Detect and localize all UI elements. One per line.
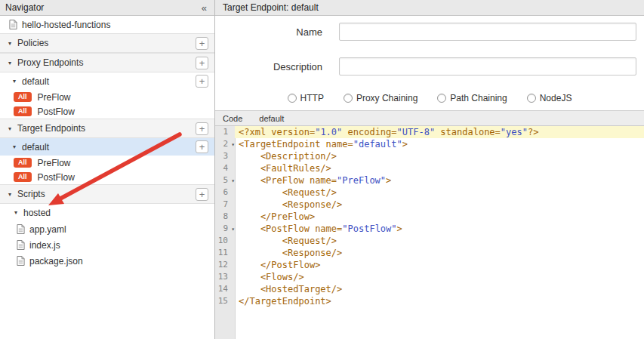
add-target-flow-button[interactable]: + — [196, 140, 208, 153]
code-text[interactable]: <PostFlow name="PostFlow"> — [235, 223, 644, 235]
target-postflow-label: PostFlow — [38, 172, 75, 183]
nav-item-file-app-yaml[interactable]: app.yaml — [0, 221, 214, 237]
code-text[interactable]: <FaultRules/> — [235, 162, 644, 174]
code-text[interactable]: <Response/> — [235, 247, 644, 259]
nav-item-proxy-endpoint-default[interactable]: ▾ default + — [0, 72, 214, 90]
code-line[interactable]: 1<?xml version="1.0" encoding="UTF-8" st… — [215, 126, 644, 138]
line-number: 4 — [215, 162, 235, 174]
flow-condition-badge: All — [14, 158, 32, 168]
code-panel: Code default 1<?xml version="1.0" encodi… — [215, 110, 644, 339]
code-line[interactable]: 13 <Flows/> — [215, 271, 644, 283]
proxy-preflow-label: PreFlow — [38, 92, 71, 103]
radio-http-label: HTTP — [300, 93, 324, 103]
description-label: Description — [215, 61, 322, 72]
document-icon — [9, 20, 17, 29]
disclosure-triangle-icon[interactable]: ▾ — [11, 78, 18, 85]
disclosure-triangle-icon[interactable]: ▾ — [6, 125, 14, 132]
section-proxy-endpoints-label: Proxy Endpoints — [17, 57, 196, 68]
radio-nodejs[interactable]: NodeJS — [527, 93, 572, 103]
code-text[interactable]: <PreFlow name="PreFlow"> — [235, 174, 644, 186]
disclosure-triangle-icon[interactable]: ▾ — [6, 60, 14, 66]
collapse-navigator-button[interactable]: « — [199, 2, 209, 14]
line-number: 12 — [215, 259, 235, 271]
code-line[interactable]: 7 <Response/> — [215, 199, 644, 211]
fold-toggle-icon[interactable]: ▾ — [231, 175, 235, 187]
nav-item-file-index-js[interactable]: index.js — [0, 237, 214, 253]
radio-icon[interactable] — [288, 94, 297, 103]
code-line[interactable]: 14 <HostedTarget/> — [215, 283, 644, 295]
radio-icon[interactable] — [344, 94, 353, 103]
code-text[interactable]: <Flows/> — [235, 271, 644, 283]
add-script-button[interactable]: + — [196, 188, 208, 201]
proxy-postflow-label: PostFlow — [38, 106, 75, 117]
code-line[interactable]: 5▾ <PreFlow name="PreFlow"> — [215, 174, 644, 186]
nav-item-proxy-preflow[interactable]: All PreFlow — [0, 90, 214, 104]
radio-http[interactable]: HTTP — [288, 93, 324, 103]
flow-condition-badge: All — [14, 172, 32, 182]
radio-path-chaining[interactable]: Path Chaining — [437, 93, 507, 103]
disclosure-triangle-icon[interactable]: ▾ — [11, 143, 18, 150]
code-text[interactable]: </PreFlow> — [235, 211, 644, 223]
code-panel-label: Code — [215, 114, 250, 123]
section-target-endpoints[interactable]: ▾ Target Endpoints + — [0, 119, 214, 138]
proxy-endpoint-default-label: default — [22, 76, 49, 87]
nav-item-proxy-name[interactable]: hello-hosted-functions — [0, 16, 214, 33]
code-text[interactable]: <Request/> — [235, 186, 644, 199]
radio-nodejs-label: NodeJS — [540, 93, 572, 103]
code-line[interactable]: 15</TargetEndpoint> — [215, 295, 644, 307]
code-line[interactable]: 11 <Response/> — [215, 247, 644, 259]
radio-icon[interactable] — [437, 94, 446, 103]
code-line[interactable]: 4 <FaultRules/> — [215, 162, 644, 174]
line-number: 2▾ — [215, 138, 235, 150]
endpoint-form: Name Description HTTP Proxy Chaining P — [215, 16, 644, 110]
file-name-label: app.yaml — [29, 224, 66, 235]
code-line[interactable]: 8 </PreFlow> — [215, 211, 644, 223]
nav-item-file-package-json[interactable]: package.json — [0, 253, 214, 269]
section-policies[interactable]: ▾ Policies + — [0, 33, 214, 53]
add-target-endpoint-button[interactable]: + — [196, 122, 208, 135]
disclosure-triangle-icon[interactable]: ▾ — [6, 191, 14, 198]
code-line[interactable]: 3 <Description/> — [215, 150, 644, 162]
editor-panel: Target Endpoint: default Name Descriptio… — [215, 0, 644, 339]
nav-item-target-postflow[interactable]: All PostFlow — [0, 170, 214, 184]
code-text[interactable]: </PostFlow> — [235, 259, 644, 271]
section-scripts-label: Scripts — [17, 189, 196, 199]
disclosure-triangle-icon[interactable]: ▾ — [12, 209, 20, 216]
nav-item-target-preflow[interactable]: All PreFlow — [0, 156, 214, 170]
code-line[interactable]: 6 <Request/> — [215, 186, 644, 199]
line-number: 6 — [215, 186, 235, 199]
nav-item-target-endpoint-default[interactable]: ▾ default + — [0, 138, 214, 156]
file-icon — [17, 240, 25, 250]
code-line[interactable]: 12 </PostFlow> — [215, 259, 644, 271]
description-input[interactable] — [339, 57, 636, 76]
disclosure-triangle-icon[interactable]: ▾ — [6, 40, 14, 47]
name-input[interactable] — [339, 23, 636, 41]
nav-item-hosted-folder[interactable]: ▾ hosted — [0, 204, 214, 221]
add-proxy-endpoint-button[interactable]: + — [196, 57, 208, 69]
code-line[interactable]: 10 <Request/> — [215, 235, 644, 247]
radio-icon[interactable] — [527, 94, 536, 103]
file-name-label: package.json — [29, 256, 83, 267]
hosted-folder-label: hosted — [23, 208, 51, 218]
code-text[interactable]: <TargetEndpoint name="default"> — [235, 138, 644, 150]
nav-item-proxy-postflow[interactable]: All PostFlow — [0, 104, 214, 119]
section-scripts[interactable]: ▾ Scripts + — [0, 184, 214, 204]
code-editor[interactable]: 1<?xml version="1.0" encoding="UTF-8" st… — [215, 126, 644, 339]
code-line[interactable]: 9▾ <PostFlow name="PostFlow"> — [215, 223, 644, 235]
add-proxy-flow-button[interactable]: + — [196, 75, 208, 88]
code-text[interactable]: <Request/> — [235, 235, 644, 247]
name-label: Name — [215, 26, 322, 38]
code-tab-default[interactable]: default — [250, 114, 293, 123]
section-proxy-endpoints[interactable]: ▾ Proxy Endpoints + — [0, 53, 214, 72]
fold-toggle-icon[interactable]: ▾ — [231, 223, 235, 236]
code-text[interactable]: </TargetEndpoint> — [235, 295, 644, 307]
code-text[interactable]: <HostedTarget/> — [235, 283, 644, 295]
file-name-label: index.js — [29, 240, 60, 251]
radio-proxy-chaining[interactable]: Proxy Chaining — [344, 93, 418, 103]
fold-toggle-icon[interactable]: ▾ — [231, 139, 235, 151]
code-text[interactable]: <Response/> — [235, 199, 644, 211]
add-policy-button[interactable]: + — [196, 37, 208, 50]
code-text[interactable]: <?xml version="1.0" encoding="UTF-8" sta… — [235, 126, 644, 138]
code-text[interactable]: <Description/> — [235, 150, 644, 162]
code-line[interactable]: 2▾<TargetEndpoint name="default"> — [215, 138, 644, 150]
